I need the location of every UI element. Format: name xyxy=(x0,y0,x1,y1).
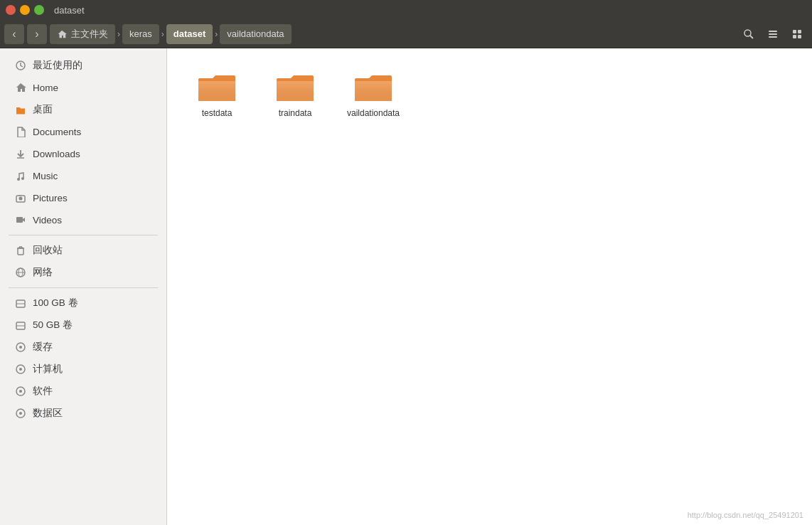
disk-icon xyxy=(14,363,27,376)
file-item-vaildationdata[interactable]: vaildationdata xyxy=(338,63,409,124)
video-icon xyxy=(14,213,27,226)
breadcrumb-sep: › xyxy=(117,29,121,39)
sidebar-item-label-desktop: 桌面 xyxy=(33,103,53,116)
minimize-button[interactable] xyxy=(20,5,30,15)
sidebar-item-datazone[interactable]: 数据区 xyxy=(3,403,164,424)
toolbar: ‹ › 主文件夹›keras›dataset›vaildationdata xyxy=(0,20,812,48)
title-bar: dataset xyxy=(0,0,812,20)
sidebar-item-home[interactable]: Home xyxy=(3,77,164,98)
sidebar-item-cache[interactable]: 缓存 xyxy=(3,336,164,358)
svg-point-12 xyxy=(21,177,24,180)
breadcrumb-item-keras[interactable]: keras xyxy=(122,24,159,44)
close-button[interactable] xyxy=(6,5,16,15)
svg-line-1 xyxy=(750,36,753,38)
sidebar-item-documents[interactable]: Documents xyxy=(3,121,164,142)
svg-point-11 xyxy=(17,178,20,181)
home-icon xyxy=(57,29,67,39)
list-icon xyxy=(767,28,779,40)
svg-rect-3 xyxy=(769,33,777,35)
sidebar-item-label-vol100: 100 GB 卷 xyxy=(33,297,78,309)
svg-rect-16 xyxy=(18,248,23,255)
breadcrumb-label-dataset: dataset xyxy=(173,28,206,39)
breadcrumb-item-dataset[interactable]: dataset xyxy=(166,24,213,44)
sidebar-item-recent[interactable]: 最近使用的 xyxy=(3,55,164,76)
clock-icon xyxy=(14,59,27,72)
maximize-button[interactable] xyxy=(34,5,44,15)
svg-point-0 xyxy=(744,30,751,36)
breadcrumb-item-vaildationdata[interactable]: vaildationdata xyxy=(220,24,291,44)
search-icon xyxy=(743,28,754,40)
watermark: http://blog.csdn.net/qq_25491201 xyxy=(688,511,803,519)
svg-rect-4 xyxy=(769,36,777,38)
svg-rect-7 xyxy=(793,35,796,38)
trash-icon xyxy=(14,244,27,257)
breadcrumb-label-home: 主文件夹 xyxy=(71,28,108,41)
main-area: 最近使用的Home桌面DocumentsDownloadsMusicPictur… xyxy=(0,48,812,525)
sidebar-item-label-downloads: Downloads xyxy=(33,149,80,159)
list-view-button[interactable] xyxy=(762,24,784,44)
sidebar-divider-2 xyxy=(9,287,158,288)
sidebar-item-trash[interactable]: 回收站 xyxy=(3,240,164,261)
disk-icon xyxy=(14,385,27,398)
download-icon xyxy=(14,147,27,160)
breadcrumb-item-home[interactable]: 主文件夹 xyxy=(50,24,115,44)
svg-rect-8 xyxy=(798,35,801,38)
svg-rect-6 xyxy=(798,30,801,33)
svg-point-35 xyxy=(19,412,22,415)
sidebar-item-vol100[interactable]: 100 GB 卷 xyxy=(3,292,164,314)
sidebar-item-label-network: 网络 xyxy=(33,266,53,279)
breadcrumb-label-vaildationdata: vaildationdata xyxy=(227,28,284,39)
sidebar-item-label-cache: 缓存 xyxy=(33,341,53,354)
sidebar-item-label-videos: Videos xyxy=(33,215,62,226)
svg-point-14 xyxy=(19,197,23,201)
grid-icon xyxy=(791,28,803,40)
drive-icon xyxy=(14,319,27,332)
sidebar-item-label-pictures: Pictures xyxy=(33,193,68,203)
file-item-traindata[interactable]: traindata xyxy=(260,63,331,124)
svg-rect-41 xyxy=(277,81,314,101)
sidebar-item-downloads[interactable]: Downloads xyxy=(3,143,164,164)
svg-point-33 xyxy=(19,390,22,393)
sidebar-item-label-music: Music xyxy=(33,171,58,181)
folder-icon-testdata xyxy=(197,70,237,104)
svg-rect-44 xyxy=(355,81,392,101)
file-item-testdata[interactable]: testdata xyxy=(181,63,252,124)
folder-icon-svg xyxy=(353,70,393,104)
svg-rect-38 xyxy=(198,81,235,101)
breadcrumb-label-keras: keras xyxy=(129,28,152,39)
sidebar-item-network[interactable]: 网络 xyxy=(3,262,164,283)
sidebar-item-label-home: Home xyxy=(33,83,58,93)
file-label-traindata: traindata xyxy=(279,108,312,118)
sidebar-item-computer[interactable]: 计算机 xyxy=(3,359,164,380)
sidebar-item-label-computer: 计算机 xyxy=(33,363,63,376)
sidebar-item-vol50[interactable]: 50 GB 卷 xyxy=(3,314,164,336)
grid-view-button[interactable] xyxy=(786,24,808,44)
file-label-testdata: testdata xyxy=(202,108,233,118)
sidebar-item-label-documents: Documents xyxy=(33,127,81,137)
sidebar-divider-1 xyxy=(9,235,158,235)
folder-icon-vaildationdata xyxy=(353,70,393,104)
drive-icon xyxy=(14,297,27,309)
breadcrumb-bar: 主文件夹›keras›dataset›vaildationdata xyxy=(50,24,735,44)
search-button[interactable] xyxy=(738,24,759,44)
svg-rect-5 xyxy=(793,30,796,33)
back-button[interactable]: ‹ xyxy=(4,24,24,44)
disk-icon xyxy=(14,341,27,354)
toolbar-right xyxy=(738,24,808,44)
sidebar-item-software[interactable]: 软件 xyxy=(3,381,164,402)
network-icon xyxy=(14,266,27,279)
folder-icon-traindata xyxy=(275,70,315,104)
forward-button[interactable]: › xyxy=(27,24,47,44)
sidebar-item-music[interactable]: Music xyxy=(3,165,164,186)
folder-icon xyxy=(14,103,27,116)
sidebar-item-videos[interactable]: Videos xyxy=(3,209,164,230)
folder-icon-svg xyxy=(197,70,237,104)
sidebar-item-pictures[interactable]: Pictures xyxy=(3,187,164,208)
doc-icon xyxy=(14,125,27,138)
folder-icon-svg xyxy=(275,70,315,104)
svg-point-31 xyxy=(19,368,22,371)
file-grid: testdata traindata vaildationdata xyxy=(181,63,798,124)
sidebar-item-desktop[interactable]: 桌面 xyxy=(3,99,164,120)
breadcrumb-sep: › xyxy=(161,29,165,39)
camera-icon xyxy=(14,191,27,204)
